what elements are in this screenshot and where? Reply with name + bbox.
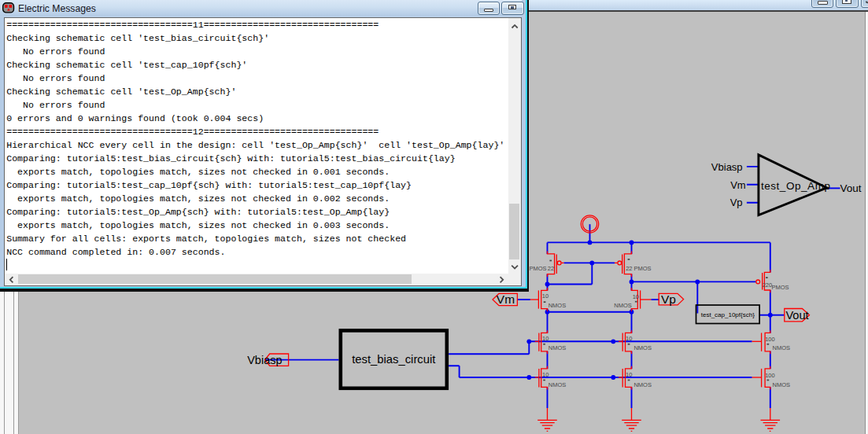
svg-text:100: 100 [765,336,775,343]
svg-text:Vbiasp: Vbiasp [711,161,743,173]
svg-text:Vm: Vm [497,292,515,306]
svg-text:NMOS: NMOS [633,381,652,388]
svg-text:100: 100 [765,372,775,379]
svg-text:10: 10 [633,293,639,300]
svg-text:test_bias_circuit: test_bias_circuit [352,353,435,366]
svg-text:Vout: Vout [840,182,862,194]
svg-text:Vm: Vm [730,179,746,191]
svg-text:10: 10 [626,371,632,378]
svg-text:PMOS: PMOS [772,284,789,291]
svg-text:NMOS: NMOS [773,381,791,388]
svg-text:10: 10 [542,292,549,300]
svg-text:10: 10 [542,335,549,342]
svg-text:Vout: Vout [785,309,808,322]
svg-text:NMOS: NMOS [549,302,567,309]
svg-text:Vp: Vp [661,292,676,306]
svg-text:PMOS: PMOS [530,265,547,272]
svg-text:Vp: Vp [730,197,743,208]
svg-text:NMOS: NMOS [549,344,567,351]
svg-text:test_Op_Amp: test_Op_Amp [761,180,831,192]
svg-text:PMOS: PMOS [634,265,652,272]
svg-text:NMOS: NMOS [614,302,632,309]
svg-text:10: 10 [626,335,632,342]
svg-text:NMOS: NMOS [549,381,567,388]
svg-text:10: 10 [542,371,549,378]
svg-text:NMOS: NMOS [773,344,791,351]
svg-text:22: 22 [548,265,554,272]
svg-text:22: 22 [626,265,632,272]
svg-text:NMOS: NMOS [633,344,652,351]
svg-text:220: 220 [763,281,773,289]
svg-text:Vbiasp: Vbiasp [247,354,282,366]
svg-text:test_cap_10pf{sch}: test_cap_10pf{sch} [701,311,755,318]
